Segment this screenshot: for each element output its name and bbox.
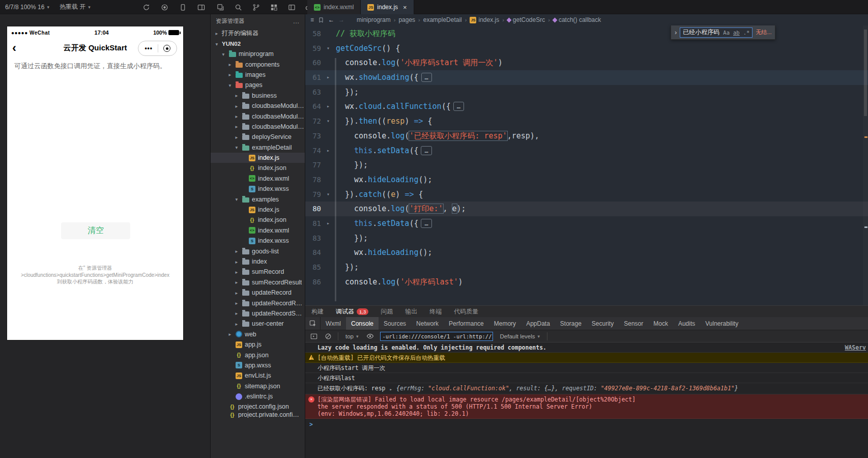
fold-closed-icon[interactable]: ▸ [324,70,333,85]
devtools-tab-Wxml[interactable]: Wxml [321,317,346,330]
regex-icon[interactable]: .* [743,30,750,36]
phone-preview-icon[interactable] [178,3,187,12]
tree-item-sitemap.json[interactable]: {}sitemap.json [211,381,305,391]
devtools-tab-Storage[interactable]: Storage [555,317,587,330]
tree-item-cloudbaseModuleIn[interactable]: ▸cloudbaseModuleIn… [211,122,305,132]
compile-modes-icon[interactable] [216,3,225,12]
fold-open-icon[interactable]: ▾ [324,41,333,56]
code-line-72[interactable]: 72▾}).then((resp) => { [305,114,868,129]
code-line-85[interactable]: 85}); [305,260,868,275]
code-line-81[interactable]: 81▸this.setData({… [305,216,868,231]
console-prompt[interactable]: > [305,419,868,430]
tree-item-app.wxss[interactable]: Sapp.wxss [211,360,305,370]
open-editors-section[interactable]: ▸ 打开的编辑器 [211,27,305,39]
clear-console-icon[interactable] [324,332,333,341]
editor-scrollbar[interactable] [863,25,868,305]
tree-item-project.config.json[interactable]: {}project.config.json [211,402,305,412]
source-link[interactable]: WAServ [845,344,866,351]
code-line-58[interactable]: 58// 获取小程序码 [305,26,868,41]
code-line-80[interactable]: 80console.log('打印e:', e); [305,202,868,216]
devtools-tab-Audits[interactable]: Audits [673,317,700,330]
device-zoom-selector[interactable]: 6/7/8 100% 16 ▾ [0,0,54,14]
fold-closed-icon[interactable]: ▸ [324,216,333,231]
code-line-73[interactable]: 73console.log('已经获取小程序码: resp',resp), [305,129,868,144]
editor-tab-index.wxml[interactable]: <>index.wxml [307,0,361,14]
devtools-tab-Console[interactable]: Console [346,317,379,330]
tree-item-index.wxml[interactable]: <>index.wxml [211,225,305,236]
extensions-grid-icon[interactable] [269,3,278,12]
whole-word-icon[interactable]: ab [733,30,740,36]
match-case-icon[interactable]: Aa [723,30,730,36]
devtools-tab-Security[interactable]: Security [587,317,619,330]
code-line-61[interactable]: 61▸wx.showLoading({… [305,70,868,85]
tree-item-app.js[interactable]: JSapp.js [211,339,305,350]
devtools-tab-Memory[interactable]: Memory [489,317,521,330]
panel-tab-输出[interactable]: 输出 [405,307,417,316]
code-line-60[interactable]: 60console.log('小程序码start 调用一次') [305,55,868,70]
close-tab-icon[interactable]: × [403,4,407,11]
tree-item-updateRecordSuccess[interactable]: ▸updateRecordSuccess [211,308,305,319]
tree-item-user-center[interactable]: ▸user-center [211,319,305,329]
split-window-icon[interactable] [196,3,206,12]
tree-item-miniprogram[interactable]: ▾miniprogram [211,49,305,59]
forward-arrow-icon[interactable]: → [338,16,344,23]
find-collapse-icon[interactable]: › [675,28,677,36]
tree-item-index.json[interactable]: {}index.json [211,163,305,173]
eye-icon[interactable] [366,332,375,341]
panel-tab-终端[interactable]: 终端 [429,307,442,316]
tree-item-business[interactable]: ▸business [211,91,305,101]
tree-item-deployService[interactable]: ▸deployService [211,132,305,142]
code-line-64[interactable]: 64▸wx.cloud.callFunction({… [305,99,868,114]
bookmark-icon[interactable] [318,17,324,23]
tree-item-project.private.confi[interactable]: {}project.private.confi… [211,412,305,418]
tree-item-components[interactable]: ▸components [211,59,305,69]
console-sidebar-icon[interactable] [309,332,319,341]
console-filter-input[interactable]: -url:ide:///console/1 -url:http://127.0.… [380,332,493,341]
breadcrumb-item-catchcallback[interactable]: catch() callback [553,16,601,23]
menu-icon[interactable]: ≡ [310,16,314,23]
devtools-tab-Performance[interactable]: Performance [444,317,489,330]
tree-item-updateRecord[interactable]: ▸updateRecord [211,288,305,298]
code-line-74[interactable]: 74▸this.setData({… [305,144,868,158]
tree-item-app.json[interactable]: {}app.json [211,350,305,360]
clear-button[interactable]: 清空 [61,222,130,239]
git-branch-icon[interactable] [251,3,261,12]
record-icon[interactable] [160,3,169,12]
inspect-element-icon[interactable] [305,317,321,330]
devtools-tab-Vulnerability[interactable]: Vulnerability [700,317,743,330]
tree-item-envList.js[interactable]: JSenvList.js [211,370,305,381]
panel-tab-构建[interactable]: 构建 [311,307,324,316]
code-line-83[interactable]: 83}); [305,231,868,246]
panel-tab-问题[interactable]: 问题 [381,307,393,316]
devtools-tab-Sources[interactable]: Sources [379,317,411,330]
panel-tab-调试器[interactable]: 调试器1,3 [336,307,368,316]
tree-item-cloudbaseModuleG[interactable]: ▸cloudbaseModuleG… [211,111,305,121]
context-selector[interactable]: top ▾ [343,333,361,339]
devtools-tab-Network[interactable]: Network [411,317,444,330]
tree-item-index.wxss[interactable]: Sindex.wxss [211,236,305,246]
layout-panel-icon[interactable] [287,3,296,12]
tree-item-.eslintrc.js[interactable]: .eslintrc.js [211,391,305,402]
fold-closed-icon[interactable]: ▸ [324,99,333,114]
tree-item-sumRecordResult[interactable]: ▸sumRecordResult [211,277,305,288]
log-levels-selector[interactable]: Default levels ▾ [498,333,542,339]
tree-item-index.js[interactable]: JSindex.js [211,205,305,215]
breadcrumb-item-index.js[interactable]: JSindex.js [470,16,499,23]
code-line-79[interactable]: 79▾}).catch((e) => { [305,187,868,202]
back-arrow-icon[interactable]: ← [328,16,334,23]
code-line-78[interactable]: 78wx.hideLoading(); [305,173,868,187]
hot-reload-toggle[interactable]: 热重载 开 ▾ [54,0,96,14]
tree-item-web[interactable]: ▸web [211,329,305,339]
tree-item-index.wxml[interactable]: <>index.wxml [211,174,305,184]
close-target-button[interactable] [163,45,170,52]
code-line-63[interactable]: 63}); [305,85,868,100]
project-section[interactable]: ▾ YUN02 [211,39,305,49]
devtools-tab-Sensor[interactable]: Sensor [619,317,648,330]
panel-tab-代码质量[interactable]: 代码质量 [454,307,478,316]
tree-item-pages[interactable]: ▾pages [211,80,305,90]
tree-item-exampleDetail[interactable]: ▾exampleDetail [211,142,305,153]
expand-caret-icon[interactable]: ▸ [390,386,392,393]
breadcrumb-item-exampleDetail[interactable]: exampleDetail [423,16,462,23]
fold-closed-icon[interactable]: ▸ [324,144,333,158]
tree-item-cloudbaseModuleD[interactable]: ▸cloudbaseModuleD… [211,101,305,111]
